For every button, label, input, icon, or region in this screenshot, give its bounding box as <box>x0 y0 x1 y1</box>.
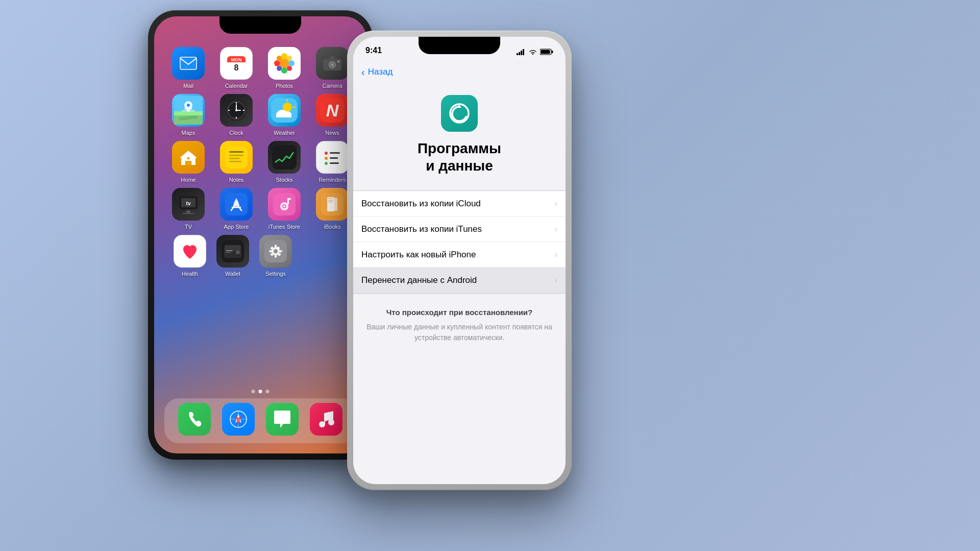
svg-rect-53 <box>229 161 241 162</box>
app-clock[interactable]: Clock <box>216 94 257 136</box>
app-camera[interactable]: Camera <box>312 47 353 89</box>
app-home[interactable]: Home <box>168 141 209 183</box>
svg-text:N: N <box>326 101 339 120</box>
phone-right-screen: 9:41 <box>353 37 566 484</box>
app-news[interactable]: N News <box>312 94 353 136</box>
settings-title-text: Программыи данные <box>418 140 501 174</box>
svg-rect-85 <box>226 252 231 253</box>
svg-text:MON: MON <box>231 57 242 62</box>
clock-icon <box>220 94 253 127</box>
photos-icon <box>268 47 301 80</box>
notes-label: Notes <box>229 177 244 183</box>
svg-rect-64 <box>186 210 190 213</box>
itunes-icon <box>268 188 301 221</box>
app-calendar[interactable]: 8 MON Calendar <box>216 47 257 89</box>
svg-point-88 <box>274 249 278 253</box>
svg-point-48 <box>187 157 190 160</box>
svg-rect-107 <box>519 52 520 55</box>
settings-content: ‹ Назад Программыи данные <box>353 59 566 484</box>
svg-rect-20 <box>337 61 339 62</box>
settings-list: Восстановить из копии iCloud › Восстанов… <box>353 190 566 294</box>
itunes-label: iTunes Store <box>268 224 300 230</box>
mail-label: Mail <box>183 83 193 89</box>
page-dot-3 <box>266 390 270 393</box>
dock-safari[interactable] <box>218 403 259 439</box>
svg-rect-106 <box>517 53 518 55</box>
dock-phone[interactable] <box>174 403 215 439</box>
menu-item-icloud-label: Восстановить из копии iCloud <box>361 199 481 209</box>
appstore-label: App Store <box>224 224 249 230</box>
signal-icon <box>517 49 526 55</box>
svg-rect-52 <box>229 158 239 159</box>
dock-messages[interactable] <box>262 403 303 439</box>
svg-rect-108 <box>521 51 522 55</box>
clock-label: Clock <box>229 130 243 136</box>
app-maps[interactable]: Maps <box>168 94 209 136</box>
svg-rect-105 <box>332 414 333 422</box>
svg-rect-58 <box>330 157 338 159</box>
nav-bar: ‹ Назад <box>353 59 566 85</box>
svg-rect-83 <box>236 250 240 254</box>
app-ibooks[interactable]: iBooks <box>312 188 353 230</box>
svg-rect-84 <box>226 250 233 251</box>
page-dot-2 <box>259 390 262 393</box>
settings-header: Программыи данные <box>353 85 566 186</box>
svg-rect-72 <box>287 198 291 200</box>
svg-rect-104 <box>324 416 325 424</box>
maps-label: Maps <box>182 130 195 136</box>
back-button[interactable]: ‹ Назад <box>361 67 393 77</box>
app-photos[interactable]: Photos <box>264 47 305 89</box>
menu-item-itunes[interactable]: Восстановить из копии iTunes › <box>353 217 566 242</box>
app-weather[interactable]: Weather <box>264 94 305 136</box>
home-icon <box>172 141 205 174</box>
app-row-2: Maps <box>164 94 356 136</box>
app-settings[interactable]: Settings <box>255 235 296 277</box>
notes-icon <box>220 141 253 174</box>
svg-point-10 <box>274 60 280 66</box>
app-notes[interactable]: Notes <box>216 141 257 183</box>
chevron-right-icon-1: › <box>555 199 557 208</box>
svg-rect-112 <box>541 50 550 54</box>
calendar-label: Calendar <box>225 83 248 89</box>
svg-rect-109 <box>523 49 524 55</box>
notch-right <box>419 37 500 54</box>
svg-rect-0 <box>180 57 197 69</box>
phone-left-screen: Mail 8 MON Calendar <box>154 16 366 453</box>
svg-point-13 <box>287 56 292 61</box>
app-wallet[interactable]: Wallet <box>212 235 253 277</box>
svg-rect-91 <box>269 250 272 252</box>
svg-point-36 <box>235 109 237 111</box>
app-stocks[interactable]: Stocks <box>264 141 305 183</box>
svg-point-26 <box>187 104 190 107</box>
app-mail[interactable]: Mail <box>168 47 209 89</box>
app-itunes[interactable]: iTunes Store <box>264 188 305 230</box>
camera-icon <box>316 47 349 80</box>
restore-app-icon <box>441 95 478 132</box>
info-text: Ваши личные данные и купленный контент п… <box>365 322 553 343</box>
svg-rect-75 <box>328 198 333 199</box>
reminders-icon <box>316 141 349 174</box>
menu-item-android-label: Перенести данные с Android <box>361 275 477 285</box>
status-icons <box>517 49 553 55</box>
dock <box>164 398 356 443</box>
phone-right: 9:41 <box>347 31 572 490</box>
svg-point-12 <box>277 56 282 61</box>
app-appstore[interactable]: App Store <box>216 188 257 230</box>
chevron-right-icon-3: › <box>555 250 557 259</box>
app-row-1: Mail 8 MON Calendar <box>164 47 356 89</box>
tv-label: TV <box>185 224 192 230</box>
news-icon: N <box>316 94 349 127</box>
svg-rect-51 <box>229 155 243 156</box>
svg-rect-82 <box>225 248 241 250</box>
dock-music[interactable] <box>306 403 347 439</box>
settings-icon <box>259 235 292 268</box>
info-section: Что происходит при восстановлении? Ваши … <box>353 298 566 353</box>
menu-item-android[interactable]: Перенести данные с Android › <box>353 268 566 293</box>
page-dot-1 <box>252 390 255 393</box>
menu-item-new-iphone[interactable]: Настроить как новый iPhone › <box>353 242 566 268</box>
menu-item-icloud[interactable]: Восстановить из копии iCloud › <box>353 191 566 217</box>
app-reminders[interactable]: Reminders <box>312 141 353 183</box>
app-health[interactable]: Health <box>169 235 210 277</box>
app-row-3: Home Notes <box>164 141 356 183</box>
app-tv[interactable]: tv TV <box>168 188 209 230</box>
